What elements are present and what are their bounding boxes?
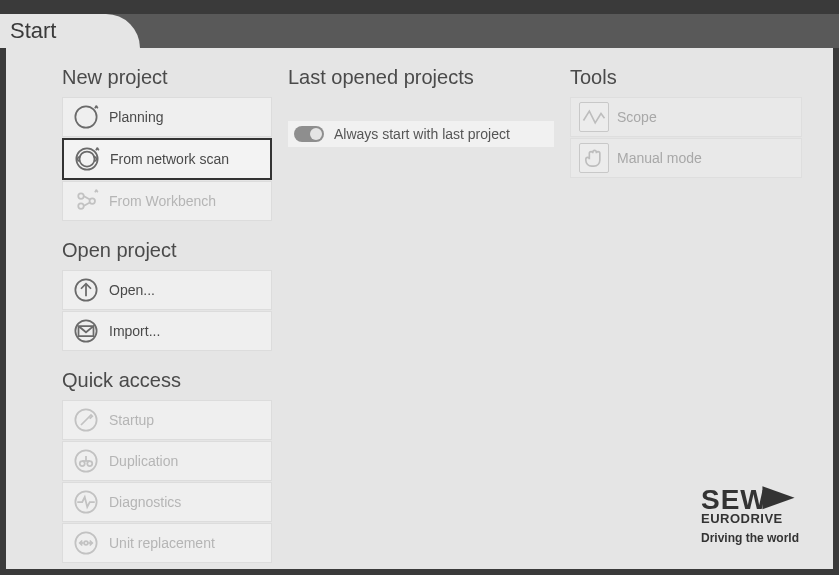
diagnostics-icon xyxy=(71,487,101,517)
toggle-label: Always start with last project xyxy=(334,126,510,142)
always-start-last-project-toggle[interactable] xyxy=(294,126,324,142)
quick-access-unit-replacement: Unit replacement xyxy=(62,523,272,563)
svg-point-6 xyxy=(78,193,84,199)
section-title-tools: Tools xyxy=(570,66,802,89)
brand-line2: EURODRIVE xyxy=(701,512,799,525)
tool-scope: Scope xyxy=(570,97,802,137)
quick-access-startup: Startup xyxy=(62,400,272,440)
item-label: Manual mode xyxy=(617,150,702,166)
item-label: Scope xyxy=(617,109,657,125)
window-top-strip xyxy=(0,0,839,14)
always-start-last-project-row[interactable]: Always start with last project xyxy=(288,121,554,147)
open-project-open[interactable]: Open... xyxy=(62,270,272,310)
open-icon xyxy=(71,275,101,305)
duplication-icon xyxy=(71,446,101,476)
new-project-network-scan[interactable]: From network scan xyxy=(62,138,272,180)
item-label: From network scan xyxy=(110,151,229,167)
section-title-last-opened: Last opened projects xyxy=(288,66,554,89)
tab-start-label: Start xyxy=(10,18,56,44)
svg-point-24 xyxy=(84,541,88,545)
tab-bar: Start xyxy=(0,14,839,48)
section-title-quick-access: Quick access xyxy=(62,369,272,392)
workbench-icon xyxy=(71,186,101,216)
item-label: Duplication xyxy=(109,453,178,469)
svg-line-10 xyxy=(84,202,91,206)
svg-point-0 xyxy=(75,106,96,127)
svg-line-9 xyxy=(84,196,91,200)
section-title-open-project: Open project xyxy=(62,239,272,262)
item-label: Diagnostics xyxy=(109,494,181,510)
brand-tagline: Driving the world xyxy=(701,531,799,545)
new-project-workbench: From Workbench xyxy=(62,181,272,221)
manual-mode-icon xyxy=(579,143,609,173)
tab-start[interactable]: Start xyxy=(0,14,140,48)
tool-manual-mode: Manual mode xyxy=(570,138,802,178)
start-page: New project Planning From network scan F… xyxy=(6,48,833,569)
planning-icon xyxy=(71,102,101,132)
brand-logo: SEW▶ EURODRIVE Driving the world xyxy=(701,487,799,545)
scope-icon xyxy=(579,102,609,132)
import-icon xyxy=(71,316,101,346)
item-label: Import... xyxy=(109,323,160,339)
item-label: Open... xyxy=(109,282,155,298)
startup-icon xyxy=(71,405,101,435)
item-label: From Workbench xyxy=(109,193,216,209)
unit-replacement-icon xyxy=(71,528,101,558)
open-project-import[interactable]: Import... xyxy=(62,311,272,351)
quick-access-duplication: Duplication xyxy=(62,441,272,481)
network-scan-icon xyxy=(72,144,102,174)
item-label: Startup xyxy=(109,412,154,428)
svg-point-7 xyxy=(78,203,84,209)
section-title-new-project: New project xyxy=(62,66,272,89)
quick-access-diagnostics: Diagnostics xyxy=(62,482,272,522)
item-label: Unit replacement xyxy=(109,535,215,551)
item-label: Planning xyxy=(109,109,164,125)
new-project-planning[interactable]: Planning xyxy=(62,97,272,137)
